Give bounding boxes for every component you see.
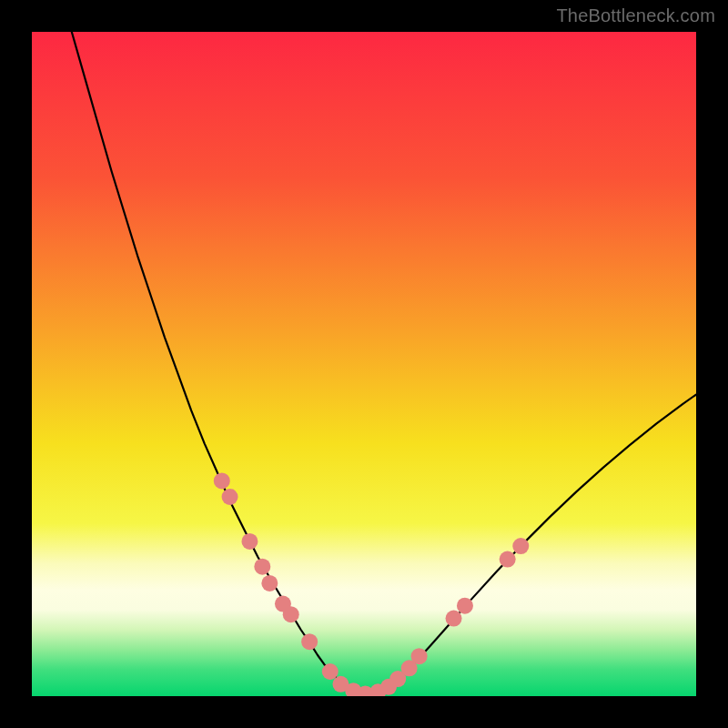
marker-dot — [500, 551, 516, 568]
marker-dot — [322, 663, 339, 680]
marker-dot — [254, 559, 270, 575]
marker-dot — [214, 472, 230, 489]
marker-dot — [411, 648, 428, 664]
marker-dot — [283, 606, 299, 622]
plot-area — [32, 32, 696, 696]
marker-dot — [446, 611, 462, 627]
marker-dot — [241, 533, 258, 550]
marker-dot — [261, 575, 278, 592]
marker-dot — [512, 538, 529, 554]
watermark-label: TheBottleneck.com — [556, 5, 715, 26]
marker-dot — [301, 633, 318, 650]
marker-dot — [457, 598, 473, 614]
chart-frame: TheBottleneck.com — [0, 0, 728, 728]
gradient-background — [32, 32, 696, 696]
marker-dot — [222, 489, 238, 505]
chart-svg — [32, 32, 696, 696]
